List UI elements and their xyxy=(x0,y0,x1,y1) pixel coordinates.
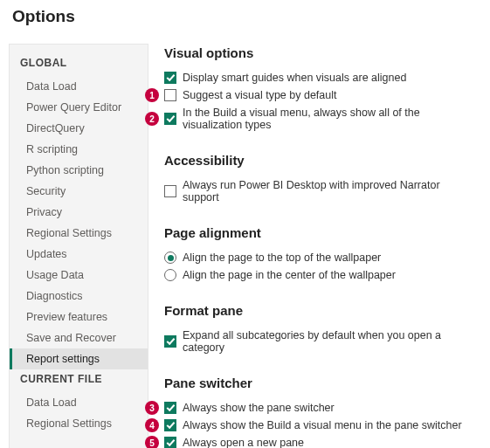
sidebar-item-r-scripting[interactable]: R scripting xyxy=(10,139,148,160)
sidebar-item-save-and-recover[interactable]: Save and Recover xyxy=(10,327,148,348)
sidebar: GLOBALData LoadPower Query EditorDirectQ… xyxy=(9,44,148,448)
radio-button[interactable] xyxy=(164,269,176,281)
radio-button[interactable] xyxy=(164,252,176,264)
sidebar-item-directquery[interactable]: DirectQuery xyxy=(10,118,148,139)
sidebar-item-usage-data[interactable]: Usage Data xyxy=(10,265,148,286)
section-title: Format pane xyxy=(164,303,474,318)
option-label[interactable]: Expand all subcategories by default when… xyxy=(183,329,474,354)
option-row: 4Always show the Build a visual menu in … xyxy=(164,417,474,434)
option-label[interactable]: Suggest a visual type by default xyxy=(183,89,337,101)
callout-badge: 3 xyxy=(145,401,159,415)
callout-badge: 4 xyxy=(145,418,159,432)
sidebar-heading: GLOBAL xyxy=(10,53,148,76)
content-area: Visual optionsDisplay smart guides when … xyxy=(148,44,481,448)
section-title: Page alignment xyxy=(164,225,474,240)
option-label[interactable]: Always show the pane switcher xyxy=(183,402,335,414)
option-row: Align the page to the top of the wallpap… xyxy=(164,249,474,266)
checkbox[interactable] xyxy=(164,335,176,348)
checkbox[interactable] xyxy=(164,113,176,125)
sidebar-heading: CURRENT FILE xyxy=(10,369,148,392)
option-row: 3Always show the pane switcher xyxy=(164,399,474,417)
sidebar-item-security[interactable]: Security xyxy=(10,181,148,202)
sidebar-item-data-load[interactable]: Data Load xyxy=(10,76,148,97)
section-title: Accessibility xyxy=(164,153,474,168)
checkbox[interactable] xyxy=(164,419,176,431)
sidebar-item-preview-features[interactable]: Preview features xyxy=(10,307,148,327)
option-row: Display smart guides when visuals are al… xyxy=(164,69,474,86)
option-row: 2In the Build a visual menu, always show… xyxy=(164,104,474,134)
checkbox[interactable] xyxy=(164,89,176,101)
sidebar-item-report-settings[interactable]: Report settings xyxy=(10,348,148,369)
option-row: Expand all subcategories by default when… xyxy=(164,327,474,356)
sidebar-item-power-query-editor[interactable]: Power Query Editor xyxy=(10,97,148,118)
option-label[interactable]: Align the page to the top of the wallpap… xyxy=(183,252,381,264)
option-row: 5Always open a new pane xyxy=(164,434,474,448)
sidebar-item-privacy[interactable]: Privacy xyxy=(10,202,148,223)
callout-badge: 5 xyxy=(145,436,159,448)
checkbox[interactable] xyxy=(164,437,176,448)
callout-badge: 1 xyxy=(145,88,159,102)
section-title: Visual options xyxy=(164,45,474,60)
option-row: Always run Power BI Desktop with improve… xyxy=(164,176,474,206)
sidebar-item-updates[interactable]: Updates xyxy=(10,244,148,265)
option-label[interactable]: Always show the Build a visual menu in t… xyxy=(183,419,462,431)
sidebar-item-python-scripting[interactable]: Python scripting xyxy=(10,160,148,181)
page-title: Options xyxy=(12,7,481,26)
option-label[interactable]: In the Build a visual menu, always show … xyxy=(183,107,474,131)
option-row: 1Suggest a visual type by default xyxy=(164,86,474,104)
sidebar-item-regional-settings[interactable]: Regional Settings xyxy=(10,223,148,244)
option-row: Align the page in the center of the wall… xyxy=(164,266,474,284)
checkbox[interactable] xyxy=(164,402,176,414)
sidebar-item-regional-settings[interactable]: Regional Settings xyxy=(10,413,148,434)
option-label[interactable]: Always open a new pane xyxy=(183,437,304,448)
callout-badge: 2 xyxy=(145,112,159,126)
sidebar-item-data-load[interactable]: Data Load xyxy=(10,392,148,413)
sidebar-item-diagnostics[interactable]: Diagnostics xyxy=(10,286,148,307)
option-label[interactable]: Align the page in the center of the wall… xyxy=(183,269,396,281)
checkbox[interactable] xyxy=(164,72,176,84)
option-label[interactable]: Always run Power BI Desktop with improve… xyxy=(183,179,474,203)
checkbox[interactable] xyxy=(164,185,176,197)
section-title: Pane switcher xyxy=(164,376,474,390)
option-label[interactable]: Display smart guides when visuals are al… xyxy=(183,72,406,84)
